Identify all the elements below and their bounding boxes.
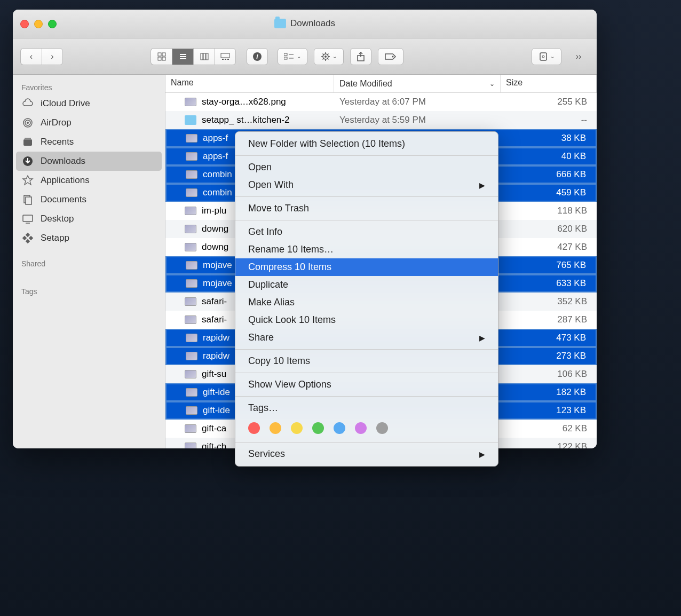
svg-rect-13 bbox=[227, 59, 229, 60]
file-name: mojave bbox=[203, 278, 232, 289]
menu-item-duplicate[interactable]: Duplicate bbox=[235, 276, 498, 294]
image-file-icon bbox=[185, 315, 196, 324]
file-size: 62 KB bbox=[501, 423, 597, 434]
file-name: apps-f bbox=[203, 151, 228, 162]
menu-item-label: Open bbox=[248, 162, 272, 173]
name-column-header[interactable]: Name bbox=[165, 75, 334, 92]
desktop-icon bbox=[21, 212, 34, 225]
menu-item-label: Copy 10 Items bbox=[248, 356, 310, 367]
menu-separator bbox=[235, 442, 498, 443]
svg-rect-3 bbox=[162, 57, 165, 60]
sidebar-item-documents[interactable]: Documents bbox=[13, 190, 165, 209]
menu-item-share[interactable]: Share▶ bbox=[235, 329, 498, 346]
menu-item-open[interactable]: Open bbox=[235, 159, 498, 176]
svg-rect-2 bbox=[158, 57, 161, 60]
close-icon[interactable] bbox=[20, 20, 29, 28]
menu-item-label: Open With bbox=[248, 179, 294, 191]
menu-item-label: Share bbox=[248, 332, 274, 343]
file-name: safari- bbox=[202, 314, 227, 325]
info-button[interactable]: i bbox=[247, 48, 268, 65]
menu-item-tags-[interactable]: Tags… bbox=[235, 399, 498, 417]
title-text: Downloads bbox=[290, 18, 335, 29]
file-date: Yesterday at 6:07 PM bbox=[334, 97, 501, 107]
sidebar: Favorites iCloud DriveAirDropRecentsDown… bbox=[13, 75, 165, 448]
svg-rect-8 bbox=[203, 53, 205, 60]
menu-item-label: Move to Trash bbox=[248, 203, 309, 214]
file-size: 123 KB bbox=[502, 405, 596, 416]
file-size: 352 KB bbox=[501, 296, 597, 307]
column-view-button[interactable] bbox=[193, 48, 215, 65]
apps-icon bbox=[21, 174, 34, 187]
dropbox-button[interactable]: ⌄ bbox=[532, 48, 561, 65]
docs-icon bbox=[21, 193, 34, 206]
cloud-icon bbox=[21, 97, 34, 110]
file-name: im-plu bbox=[202, 206, 226, 216]
menu-item-label: New Folder with Selection (10 Items) bbox=[248, 138, 405, 149]
list-view-button[interactable] bbox=[172, 48, 193, 65]
svg-rect-1 bbox=[162, 53, 165, 56]
view-buttons bbox=[151, 48, 236, 65]
sidebar-item-label: Downloads bbox=[41, 156, 85, 167]
tag-color-dot[interactable] bbox=[248, 422, 260, 434]
icon-view-button[interactable] bbox=[151, 48, 172, 65]
services-menu-item[interactable]: Services ▶ bbox=[235, 445, 498, 463]
menu-item-open-with[interactable]: Open With▶ bbox=[235, 176, 498, 194]
sidebar-item-airdrop[interactable]: AirDrop bbox=[13, 113, 165, 132]
file-row[interactable]: setapp_ st…kitchen-2Yesterday at 5:59 PM… bbox=[165, 111, 597, 129]
file-date: Yesterday at 5:59 PM bbox=[334, 115, 501, 125]
tag-color-dot[interactable] bbox=[334, 422, 345, 434]
sidebar-item-applications[interactable]: Applications bbox=[13, 171, 165, 190]
tags-button[interactable] bbox=[378, 48, 403, 65]
menu-item-quick-look-10-items[interactable]: Quick Look 10 Items bbox=[235, 311, 498, 329]
gallery-view-button[interactable] bbox=[215, 48, 236, 65]
sidebar-item-label: AirDrop bbox=[41, 117, 72, 128]
file-name: combin bbox=[203, 169, 232, 180]
back-button[interactable]: ‹ bbox=[20, 48, 42, 65]
menu-item-compress-10-items[interactable]: Compress 10 Items bbox=[235, 258, 498, 276]
menu-item-rename-10-items-[interactable]: Rename 10 Items… bbox=[235, 241, 498, 258]
sidebar-item-recents[interactable]: Recents bbox=[13, 132, 165, 152]
share-button[interactable] bbox=[350, 48, 371, 65]
menu-separator bbox=[235, 373, 498, 373]
minimize-icon[interactable] bbox=[34, 20, 43, 28]
menu-item-make-alias[interactable]: Make Alias bbox=[235, 294, 498, 311]
overflow-button[interactable]: ›› bbox=[568, 48, 589, 65]
sidebar-item-desktop[interactable]: Desktop bbox=[13, 209, 165, 228]
sidebar-item-downloads[interactable]: Downloads bbox=[16, 152, 162, 171]
menu-separator bbox=[235, 349, 498, 350]
file-row[interactable]: stay-orga…x628.pngYesterday at 6:07 PM25… bbox=[165, 93, 597, 111]
svg-line-29 bbox=[328, 53, 329, 54]
file-size: 765 KB bbox=[502, 260, 596, 271]
svg-point-37 bbox=[27, 122, 29, 124]
file-name: combin bbox=[203, 187, 232, 198]
menu-item-copy-10-items[interactable]: Copy 10 Items bbox=[235, 352, 498, 370]
svg-rect-17 bbox=[284, 57, 287, 59]
forward-button[interactable]: › bbox=[42, 48, 63, 65]
tag-color-dot[interactable] bbox=[291, 422, 303, 434]
tag-color-dot[interactable] bbox=[376, 422, 388, 434]
group-button[interactable]: ⌄ bbox=[278, 48, 307, 65]
menu-item-label: Make Alias bbox=[248, 297, 295, 308]
size-column-header[interactable]: Size bbox=[501, 75, 597, 92]
menu-item-get-info[interactable]: Get Info bbox=[235, 223, 498, 241]
image-file-icon bbox=[186, 188, 197, 197]
menu-item-show-view-options[interactable]: Show View Options bbox=[235, 376, 498, 393]
sidebar-item-icloud-drive[interactable]: iCloud Drive bbox=[13, 94, 165, 113]
file-name: stay-orga…x628.png bbox=[202, 97, 286, 107]
file-size: 666 KB bbox=[502, 169, 596, 180]
svg-rect-46 bbox=[26, 239, 30, 243]
svg-line-27 bbox=[328, 58, 329, 59]
zoom-icon[interactable] bbox=[48, 20, 57, 28]
file-size: -- bbox=[501, 115, 597, 125]
folder-icon bbox=[185, 115, 196, 125]
menu-item-new-folder-with-selection-10-items-[interactable]: New Folder with Selection (10 Items) bbox=[235, 135, 498, 153]
date-column-header[interactable]: Date Modified ⌄ bbox=[334, 75, 501, 92]
svg-rect-16 bbox=[284, 53, 287, 56]
sidebar-item-setapp[interactable]: Setapp bbox=[13, 228, 165, 248]
menu-item-move-to-trash[interactable]: Move to Trash bbox=[235, 200, 498, 217]
file-name: gift-ch bbox=[202, 441, 226, 448]
action-button[interactable]: ⌄ bbox=[314, 48, 344, 65]
tag-color-dot[interactable] bbox=[312, 422, 324, 434]
tag-color-dot[interactable] bbox=[270, 422, 281, 434]
tag-color-dot[interactable] bbox=[355, 422, 367, 434]
